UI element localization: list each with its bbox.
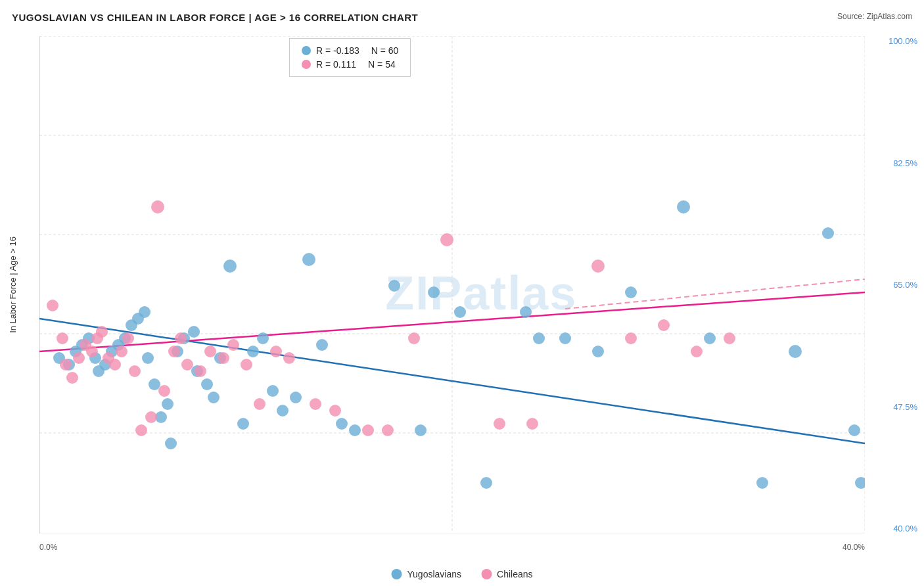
svg-point-63 [822,227,834,239]
svg-point-89 [218,352,229,364]
svg-point-97 [362,424,374,436]
svg-line-11 [565,279,865,309]
svg-point-99 [408,332,420,344]
svg-point-74 [96,326,108,338]
svg-point-66 [47,300,58,311]
svg-point-27 [149,378,160,390]
svg-point-47 [336,418,348,430]
chart-title: YUGOSLAVIAN VS CHILEAN IN LABOR FORCE | … [12,12,418,23]
legend-chileans: Chileans [481,569,532,579]
svg-point-62 [789,345,802,358]
svg-point-38 [223,259,237,273]
svg-point-35 [201,378,213,390]
x-axis-labels: 0.0% 40.0% [39,543,865,552]
chart-svg [39,36,865,533]
y-label-65: 65.0% [893,280,917,290]
svg-point-102 [526,418,538,430]
svg-point-69 [66,372,78,384]
legend-dot-chileans [481,569,492,579]
svg-point-61 [756,477,768,489]
legend-yugoslavians: Yugoslavians [392,569,462,579]
svg-point-48 [349,424,361,436]
svg-point-83 [158,385,170,397]
svg-point-93 [270,346,282,357]
svg-point-45 [302,253,315,266]
svg-point-53 [480,477,492,489]
svg-point-26 [142,352,154,364]
svg-point-78 [122,332,134,344]
svg-point-72 [86,346,98,357]
svg-point-68 [60,359,72,371]
svg-point-81 [145,411,157,423]
chart-container: YUGOSLAVIAN VS CHILEAN IN LABOR FORCE | … [0,0,924,586]
source-text: Source: ZipAtlas.com [837,12,912,21]
svg-point-64 [848,424,860,436]
legend-dot-yugoslavians [392,569,402,579]
svg-point-88 [204,346,216,357]
svg-point-94 [283,352,295,364]
legend-label-yugoslavians: Yugoslavians [407,569,462,579]
svg-point-29 [162,398,173,410]
svg-point-84 [168,346,180,357]
y-axis-label: In Labor Force | Age > 16 [8,237,18,333]
svg-point-30 [165,438,177,449]
svg-point-79 [129,365,141,377]
svg-point-52 [454,306,466,318]
svg-point-96 [329,405,341,417]
svg-point-33 [188,326,200,338]
y-label-100: 100.0% [889,36,917,46]
svg-point-106 [691,346,703,357]
svg-point-80 [135,424,147,436]
svg-point-87 [195,365,206,377]
svg-point-98 [382,424,394,436]
svg-point-101 [494,418,505,430]
svg-point-91 [241,359,252,371]
svg-point-43 [277,405,289,417]
svg-point-82 [151,200,164,214]
svg-point-100 [440,233,453,246]
svg-point-65 [855,477,865,489]
svg-point-56 [559,332,571,344]
x-label-40: 40.0% [843,543,865,552]
svg-point-58 [625,286,637,298]
svg-line-10 [39,292,865,351]
svg-point-51 [428,286,440,298]
svg-point-95 [310,398,321,410]
svg-point-92 [254,398,266,410]
svg-point-36 [208,392,219,403]
svg-point-57 [592,346,604,357]
svg-point-42 [267,385,279,397]
svg-point-105 [658,319,670,331]
bottom-legend: Yugoslavians Chileans [392,569,533,579]
y-label-47: 47.5% [893,402,917,412]
svg-point-86 [181,359,193,371]
svg-point-90 [227,339,239,351]
svg-point-46 [316,339,328,351]
svg-point-55 [533,332,545,344]
svg-point-59 [677,200,690,214]
svg-point-50 [415,424,427,436]
x-label-0: 0.0% [39,543,57,552]
svg-point-77 [116,346,127,357]
svg-point-44 [290,392,302,403]
svg-point-67 [57,332,68,344]
legend-label-chileans: Chileans [497,569,532,579]
svg-point-107 [724,332,735,344]
y-label-82: 82.5% [893,158,917,168]
svg-point-104 [625,332,637,344]
svg-point-85 [175,332,187,344]
svg-point-103 [591,259,605,273]
svg-point-25 [139,306,150,318]
svg-point-40 [247,346,259,357]
svg-point-39 [237,418,249,430]
svg-point-41 [257,332,269,344]
svg-point-60 [704,332,716,344]
svg-point-49 [388,280,400,292]
y-label-40: 40.0% [893,524,917,533]
svg-point-76 [109,359,121,371]
svg-point-70 [73,352,85,364]
chart-area [39,36,865,533]
svg-point-54 [520,306,532,318]
